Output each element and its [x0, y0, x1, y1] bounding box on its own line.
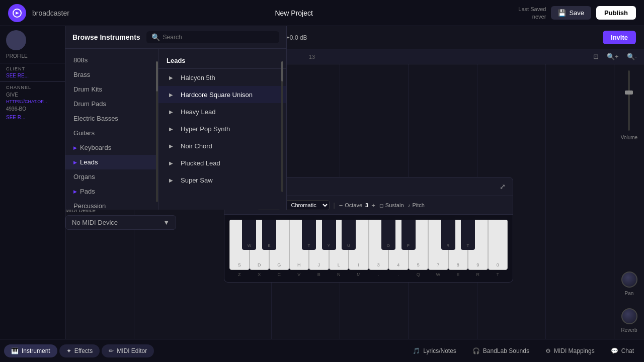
chat-link[interactable]: HTTPS://CHAT.OF...	[6, 99, 59, 104]
fx-tab-label: Effects	[74, 347, 93, 354]
instrument-label-hyper-pop: Hyper Pop Synth	[181, 125, 230, 133]
black-key-7[interactable]: P	[401, 220, 416, 250]
wk-label-14: 0	[497, 262, 499, 267]
pan-knob[interactable]	[621, 272, 637, 288]
instrument-item-plucked-lead[interactable]: ▶ Plucked Lead	[158, 154, 286, 171]
keyboards-active-icon: ▶	[73, 145, 77, 150]
midi-mappings-icon: ⚙	[545, 347, 551, 354]
black-key-8[interactable]: R	[441, 220, 455, 250]
channel-label: CHANNEL	[6, 85, 59, 90]
play-hardcore-button[interactable]: ▶	[167, 90, 176, 99]
category-item-percussion[interactable]: Percussion	[65, 199, 158, 210]
octave-decrease-button[interactable]: −	[339, 202, 343, 209]
black-key-4[interactable]: Y	[322, 220, 336, 250]
black-key-3[interactable]: T	[302, 220, 316, 250]
instrument-label-hardcore: Hardcore Square Unison	[181, 91, 253, 99]
volume-fader-area: Volume	[621, 70, 637, 259]
octave-increase-button[interactable]: +	[371, 202, 375, 209]
volume-fader-track[interactable]	[628, 70, 630, 131]
category-item-brass[interactable]: Brass	[65, 67, 158, 82]
instrument-label-noir-chord: Noir Chord	[181, 142, 212, 150]
category-item-pads[interactable]: ▶ Pads	[65, 184, 158, 199]
category-label-808s: 808s	[73, 56, 88, 64]
instrument-list: Leads ▶ Halcyon 5th ▶ Hardcore Square Un…	[158, 49, 286, 210]
category-item-guitars[interactable]: Guitars	[65, 126, 158, 140]
instrument-item-halcyon[interactable]: ▶ Halcyon 5th	[158, 69, 286, 86]
midi-mappings-button[interactable]: ⚙ MIDI Mappings	[539, 344, 601, 357]
kbl-v: V	[289, 272, 309, 277]
sustain-group: ◻ Sustain	[379, 202, 404, 208]
zoom-out-button[interactable]: 🔍-	[624, 52, 640, 61]
category-item-drum-kits[interactable]: Drum Kits	[65, 82, 158, 97]
publish-button[interactable]: Publish	[596, 6, 636, 20]
scale-select[interactable]: ChromaticMajorMinor	[285, 200, 330, 210]
wk-label-10: 5	[417, 262, 420, 267]
play-hyper-pop-button[interactable]: ▶	[167, 124, 176, 133]
black-key-2[interactable]: E	[262, 220, 276, 250]
midi-selector[interactable]: No MIDI Device ▼	[65, 215, 176, 230]
category-label-pads: Pads	[80, 188, 95, 195]
play-super-saw-button[interactable]: ▶	[167, 175, 176, 185]
instrument-label-heavy-lead: Heavy Lead	[181, 108, 215, 116]
wk-label-13: 9	[476, 262, 479, 267]
volume-fader-thumb[interactable]	[625, 90, 633, 95]
kbl-z: Z	[229, 272, 250, 277]
black-key-6[interactable]: O	[381, 220, 395, 250]
bk-label-4: Y	[328, 243, 330, 248]
instrument-item-noir-chord[interactable]: ▶ Noir Chord	[158, 137, 286, 154]
see-replies-2[interactable]: SEE R...	[6, 115, 59, 120]
reverb-knob[interactable]	[621, 308, 637, 324]
instrument-item-heavy-lead[interactable]: ▶ Heavy Lead	[158, 103, 286, 120]
piano-keyboard-area: S D G H J L I 3 4 5 7 8 9 0 W E T	[224, 215, 513, 282]
fx-tab-button[interactable]: ✦ Effects	[59, 344, 100, 357]
invite-button[interactable]: Invite	[603, 31, 636, 44]
save-button[interactable]: 💾 Save	[551, 6, 591, 20]
project-title: New Project	[275, 9, 312, 17]
wk-label-1: S	[238, 262, 241, 267]
see-replies-link[interactable]: SEE RE...	[6, 73, 59, 78]
kbl-r: R	[468, 272, 488, 277]
kbl-x: X	[250, 272, 270, 277]
category-item-drum-pads[interactable]: Drum Pads	[65, 97, 158, 111]
play-plucked-lead-button[interactable]: ▶	[167, 158, 176, 167]
midi-editor-icon: ✏	[109, 347, 114, 354]
play-noir-chord-button[interactable]: ▶	[167, 141, 176, 150]
wk-label-5: J	[318, 262, 320, 267]
piano-keyboard[interactable]: S D G H J L I 3 4 5 7 8 9 0 W E T	[229, 220, 508, 270]
client-label: CLIENT	[6, 66, 59, 71]
app-logo	[8, 4, 26, 22]
piano-expand-button[interactable]: ⤢	[500, 183, 506, 191]
browse-search[interactable]: 🔍	[146, 31, 279, 43]
chat-button[interactable]: 💬 Chat	[605, 344, 640, 357]
wk-label-6: L	[338, 262, 340, 267]
black-key-5[interactable]: U	[342, 220, 356, 250]
black-key-1[interactable]: W	[242, 220, 256, 250]
category-item-organs[interactable]: Organs	[65, 169, 158, 184]
instrument-item-super-saw[interactable]: ▶ Super Saw	[158, 171, 286, 189]
bk-label-1: W	[248, 243, 252, 248]
save-label: Save	[569, 9, 584, 17]
wk-label-9: 4	[397, 262, 399, 267]
play-heavy-lead-button[interactable]: ▶	[167, 107, 176, 116]
bk-label-8: R	[447, 243, 450, 248]
lyrics-notes-button[interactable]: 🎵 Lyrics/Notes	[407, 344, 462, 357]
zoom-in-button[interactable]: 🔍+	[604, 52, 622, 61]
black-key-9[interactable]: T	[461, 220, 475, 250]
white-key-14[interactable]: 0	[488, 220, 508, 270]
category-item-leads[interactable]: ▶ Leads	[65, 155, 158, 169]
instrument-item-hyper-pop[interactable]: ▶ Hyper Pop Synth	[158, 120, 286, 137]
instrument-label-halcyon: Halcyon 5th	[181, 74, 215, 81]
search-input[interactable]	[163, 34, 274, 41]
tl-num-13: 13	[296, 54, 328, 60]
zoom-fit-button[interactable]: ⊡	[590, 52, 602, 61]
play-halcyon-button[interactable]: ▶	[167, 73, 176, 82]
category-item-electric-basses[interactable]: Electric Basses	[65, 111, 158, 126]
category-item-keyboards[interactable]: ▶ Keyboards	[65, 140, 158, 155]
category-label-percussion: Percussion	[73, 202, 106, 210]
invite-label: Invite	[611, 34, 628, 41]
bandlab-sounds-button[interactable]: 🎧 BandLab Sounds	[466, 344, 535, 357]
midi-editor-tab-button[interactable]: ✏ MIDI Editor	[102, 344, 154, 357]
instrument-tab-button[interactable]: 🎹 Instrument	[4, 344, 57, 357]
instrument-item-hardcore[interactable]: ▶ Hardcore Square Unison	[158, 86, 286, 103]
category-item-808s[interactable]: 808s	[65, 53, 158, 67]
